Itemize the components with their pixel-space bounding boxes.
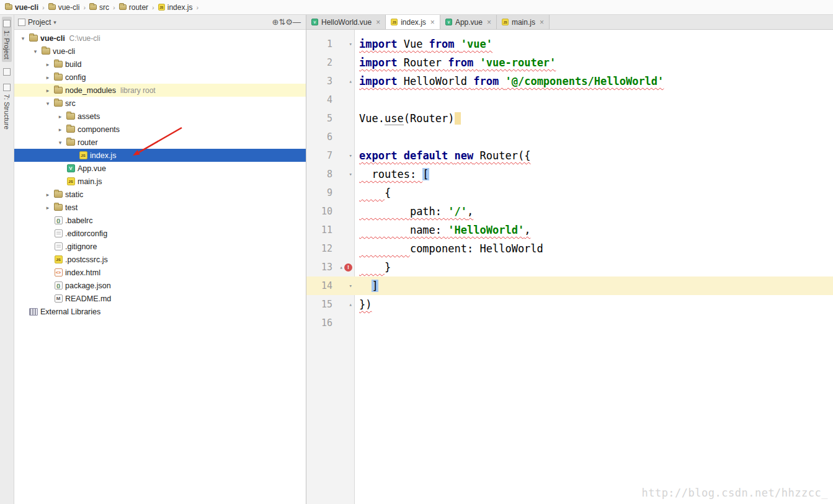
code-line-11[interactable]: 11 name: 'HelloWorld', xyxy=(306,221,833,239)
collapse-all-icon[interactable]: ⇅ xyxy=(278,17,285,27)
chevron-down-icon[interactable]: ▾ xyxy=(53,19,56,25)
breadcrumb-item-vue-cli[interactable]: vue-cli xyxy=(4,2,40,12)
code-line-9[interactable]: 9 { xyxy=(306,183,833,202)
chevron-collapsed-icon[interactable]: ▸ xyxy=(55,126,65,133)
fold-down-icon[interactable]: ▾ xyxy=(349,153,352,159)
fold-up-icon[interactable]: ▴ xyxy=(340,265,343,270)
code-line-15[interactable]: 15▴}) xyxy=(306,295,833,314)
tab-app-vue[interactable]: VApp.vue× xyxy=(440,15,497,29)
tree-item-config[interactable]: ▸config xyxy=(14,71,306,84)
code-text[interactable]: import HelloWorld from '@/components/Hel… xyxy=(355,72,664,91)
tree-item-external-libraries[interactable]: External Libraries xyxy=(14,305,306,318)
tree-item-app-vue[interactable]: VApp.vue xyxy=(14,162,306,175)
code-text[interactable] xyxy=(355,91,359,109)
code-line-5[interactable]: 5Vue.use(Router) xyxy=(306,109,833,128)
chevron-expanded-icon[interactable]: ▾ xyxy=(30,48,40,55)
breadcrumb-item-src[interactable]: src xyxy=(88,2,110,12)
code-line-8[interactable]: 8▾ routes: [ xyxy=(306,165,833,183)
code-line-14[interactable]: 14▾ ] xyxy=(306,276,833,295)
tree-item-assets[interactable]: ▸assets xyxy=(14,110,306,123)
breadcrumb-item-index-js[interactable]: JSindex.js xyxy=(157,2,194,12)
tree-item-label: assets xyxy=(76,112,100,121)
tree-item-postcssrc-js[interactable]: JS.postcssrc.js xyxy=(14,253,306,266)
tree-item-gitignore[interactable]: .gitignore xyxy=(14,240,306,253)
project-view-icon xyxy=(18,19,25,26)
code-text[interactable]: Vue.use(Router) xyxy=(355,109,461,128)
tab-helloworld-vue[interactable]: VHelloWorld.vue× xyxy=(306,15,386,29)
code-line-13[interactable]: 13▴! } xyxy=(306,258,833,276)
breadcrumb-item-vue-cli[interactable]: vue-cli xyxy=(47,2,81,12)
code-text[interactable]: path: '/', xyxy=(355,202,473,221)
code-text[interactable]: name: 'HelloWorld', xyxy=(355,221,530,239)
fold-down-icon[interactable]: ▾ xyxy=(349,172,352,177)
chevron-collapsed-icon[interactable]: ▸ xyxy=(43,192,53,198)
project-panel-title[interactable]: Project xyxy=(28,18,51,27)
tree-item-package-json[interactable]: {}package.json xyxy=(14,279,306,292)
tree-item-main-js[interactable]: JSmain.js xyxy=(14,175,306,188)
tree-item-components[interactable]: ▸components xyxy=(14,123,306,136)
chevron-collapsed-icon[interactable]: ▸ xyxy=(43,205,53,211)
code-text[interactable]: } xyxy=(355,258,391,276)
tree-item-test[interactable]: ▸test xyxy=(14,201,306,214)
code-line-1[interactable]: 1▾import Vue from 'vue' xyxy=(306,35,833,53)
close-icon[interactable]: × xyxy=(430,18,435,27)
tab-index-js[interactable]: JSindex.js× xyxy=(386,15,440,29)
chevron-collapsed-icon[interactable]: ▸ xyxy=(55,113,65,120)
tool-window-button-project[interactable]: 1: Project xyxy=(2,17,12,62)
code-line-4[interactable]: 4 xyxy=(306,91,833,109)
breadcrumb-item-router[interactable]: router xyxy=(118,2,149,12)
code-text[interactable]: component: HelloWorld xyxy=(355,239,543,258)
code-text[interactable]: routes: [ xyxy=(355,165,429,183)
hide-panel-icon[interactable]: ― xyxy=(293,17,301,27)
code-line-10[interactable]: 10 path: '/', xyxy=(306,202,833,221)
tool-window-stripe: 1: Project 7: Structure xyxy=(0,15,14,504)
tree-item-readme-md[interactable]: MREADME.md xyxy=(14,292,306,305)
tree-item-router[interactable]: ▾router xyxy=(14,136,306,149)
chevron-collapsed-icon[interactable]: ▸ xyxy=(43,61,53,68)
fold-up-icon[interactable]: ▴ xyxy=(349,302,352,307)
chevron-collapsed-icon[interactable]: ▸ xyxy=(43,87,53,94)
code-line-6[interactable]: 6 xyxy=(306,128,833,146)
fold-down-icon[interactable]: ▾ xyxy=(349,42,352,47)
close-icon[interactable]: × xyxy=(487,18,491,27)
chevron-expanded-icon[interactable]: ▾ xyxy=(18,35,28,42)
tree-item-node-modules[interactable]: ▸node_moduleslibrary root xyxy=(14,84,306,97)
close-icon[interactable]: × xyxy=(376,18,380,27)
locate-icon[interactable]: ⊕ xyxy=(272,17,279,27)
code-text[interactable] xyxy=(355,314,359,332)
tree-item-vue-cli[interactable]: ▾vue-cli xyxy=(14,45,306,58)
code-line-2[interactable]: 2import Router from 'vue-router' xyxy=(306,53,833,72)
code-editor[interactable]: 1▾import Vue from 'vue'2import Router fr… xyxy=(306,30,833,504)
code-line-12[interactable]: 12 component: HelloWorld xyxy=(306,239,833,258)
chevron-expanded-icon[interactable]: ▾ xyxy=(55,139,65,146)
code-line-16[interactable]: 16 xyxy=(306,314,833,332)
code-line-7[interactable]: 7▾export default new Router({ xyxy=(306,146,833,165)
tree-item-static[interactable]: ▸static xyxy=(14,188,306,201)
tree-item-icon-wrap: {} xyxy=(53,281,64,290)
code-token xyxy=(473,56,479,69)
code-text[interactable]: import Vue from 'vue' xyxy=(355,35,492,53)
tree-item-index-html[interactable]: <>index.html xyxy=(14,266,306,279)
tool-window-button-structure[interactable]: 7: Structure xyxy=(2,81,12,133)
tree-item-index-js[interactable]: JSindex.js xyxy=(14,149,306,162)
code-line-3[interactable]: 3▴import HelloWorld from '@/components/H… xyxy=(306,72,833,91)
fold-up-icon[interactable]: ▴ xyxy=(349,79,352,84)
tree-item-build[interactable]: ▸build xyxy=(14,58,306,71)
tree-item-src[interactable]: ▾src xyxy=(14,97,306,110)
code-text[interactable] xyxy=(355,128,359,146)
fold-down-icon[interactable]: ▾ xyxy=(349,283,352,289)
tree-item-babelrc[interactable]: {}.babelrc xyxy=(14,214,306,227)
code-text[interactable]: export default new Router({ xyxy=(355,146,530,165)
code-text[interactable]: ] xyxy=(355,276,378,295)
chevron-collapsed-icon[interactable]: ▸ xyxy=(43,74,53,81)
settings-gear-icon[interactable]: ⚙ xyxy=(285,17,293,27)
tab-main-js[interactable]: JSmain.js× xyxy=(497,15,550,29)
code-text[interactable]: }) xyxy=(355,295,372,314)
code-text[interactable]: import Router from 'vue-router' xyxy=(355,53,556,72)
favorites-tool-icon[interactable] xyxy=(3,68,11,76)
chevron-expanded-icon[interactable]: ▾ xyxy=(43,100,53,107)
code-text[interactable]: { xyxy=(355,183,391,202)
tree-item-editorconfig[interactable]: .editorconfig xyxy=(14,227,306,240)
close-icon[interactable]: × xyxy=(540,18,544,27)
tree-item-vue-cli[interactable]: ▾vue-cliC:\vue-cli xyxy=(14,32,306,45)
